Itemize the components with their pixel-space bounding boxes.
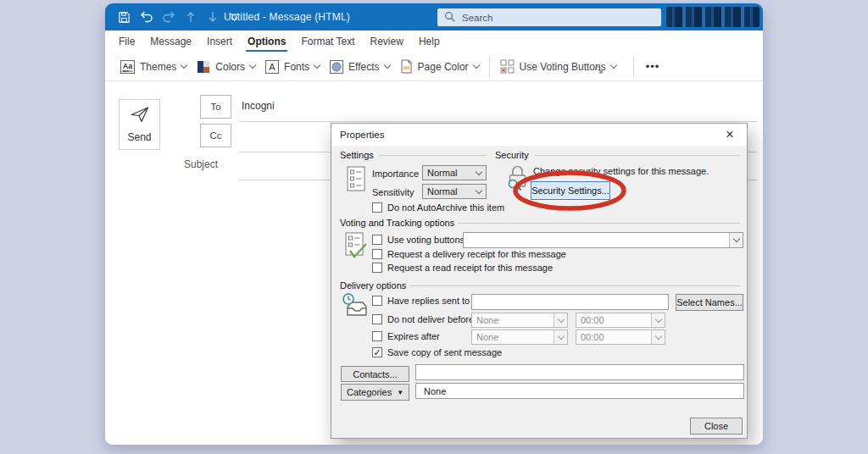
send-button[interactable]: Send (119, 99, 160, 150)
use-voting-buttons-label: Use Voting Buttons (520, 61, 606, 73)
read-receipt-row: Request a read receipt for this message (372, 263, 553, 273)
page-color-button[interactable]: Page Color (395, 56, 484, 77)
autoarchive-checkbox[interactable] (372, 202, 382, 213)
voting-group-label: Voting and Tracking options (340, 218, 458, 228)
settings-group-label: Settings (340, 150, 377, 160)
tab-help[interactable]: Help (419, 30, 440, 53)
effects-icon (330, 60, 343, 74)
use-voting-checkbox[interactable] (372, 235, 382, 245)
subject-label: Subject (184, 158, 218, 170)
have-replies-label: Have replies sent to (387, 296, 470, 306)
deliver-date-select[interactable]: None (471, 313, 568, 328)
use-voting-label: Use voting buttons (387, 235, 465, 245)
delivery-receipt-label: Request a delivery receipt for this mess… (387, 249, 566, 259)
chevron-down-icon (249, 62, 256, 69)
send-label: Send (127, 131, 151, 143)
autoarchive-label: Do not AutoArchive this item (387, 202, 504, 213)
select-names-button[interactable]: Select Names... (676, 294, 743, 311)
colors-button[interactable]: Colors (192, 57, 260, 77)
move-down-icon[interactable] (205, 10, 220, 25)
effects-button[interactable]: Effects (325, 57, 394, 77)
importance-select[interactable]: Normal (422, 165, 487, 180)
ribbon: Aa Themes Colors A Fonts Effects (105, 53, 763, 81)
read-receipt-checkbox[interactable] (372, 263, 382, 273)
categories-input[interactable]: None (415, 383, 744, 399)
themes-button[interactable]: Aa Themes (115, 57, 192, 77)
ribbon-separator (489, 56, 490, 77)
search-box[interactable] (437, 8, 661, 26)
autoarchive-row: Do not AutoArchive this item (372, 202, 504, 213)
delivery-section-icon (342, 292, 369, 323)
close-button[interactable]: Close (690, 418, 743, 435)
importance-value: Normal (427, 168, 457, 178)
redacted-account-area (666, 7, 760, 27)
delivery-receipt-checkbox[interactable] (372, 249, 382, 259)
colors-label: Colors (215, 61, 245, 73)
do-not-deliver-checkbox[interactable] (372, 314, 382, 324)
delivery-group-label: Delivery options (340, 280, 409, 291)
save-copy-label: Save copy of sent message (387, 347, 502, 357)
sensitivity-select[interactable]: Normal (422, 184, 487, 199)
voting-options-combobox[interactable] (463, 232, 743, 248)
have-replies-input[interactable] (471, 294, 669, 310)
outlook-message-window: Untitled - Message (HTML) File Message I… (105, 3, 763, 445)
to-field-value[interactable]: Incogni (242, 100, 275, 112)
voting-section-icon (345, 232, 369, 262)
expires-after-label: Expires after (387, 331, 440, 341)
tab-review[interactable]: Review (370, 30, 403, 53)
voting-group-line (450, 223, 740, 224)
categories-button[interactable]: Categories ▼ (341, 384, 409, 401)
tab-options[interactable]: Options (248, 30, 286, 53)
voting-buttons-icon (500, 59, 515, 74)
contacts-button[interactable]: Contacts... (341, 366, 409, 382)
move-up-icon[interactable] (183, 10, 198, 25)
dialog-title: Properties (340, 130, 384, 140)
contacts-input[interactable] (415, 364, 744, 380)
tab-file[interactable]: File (119, 30, 135, 53)
delivery-group-line (409, 285, 740, 286)
use-voting-row: Use voting buttons (372, 235, 465, 245)
page-color-icon (400, 59, 413, 74)
settings-section-icon (347, 166, 365, 193)
save-copy-checkbox[interactable] (372, 347, 382, 357)
cc-button[interactable]: Cc (200, 124, 231, 147)
expires-after-row: Expires after (372, 331, 440, 341)
quick-access-toolbar (117, 3, 242, 30)
tab-insert[interactable]: Insert (207, 30, 232, 53)
security-group-label: Security (495, 150, 532, 160)
expires-time-value: 00:00 (581, 332, 604, 342)
security-description: Change security settings for this messag… (533, 166, 709, 176)
deliver-time-value: 00:00 (581, 315, 604, 325)
categories-dropdown-icon: ▼ (397, 389, 403, 396)
read-receipt-label: Request a read receipt for this message (387, 263, 553, 273)
search-input[interactable] (462, 13, 654, 23)
expires-time-select[interactable]: 00:00 (576, 329, 665, 345)
to-button[interactable]: To (200, 95, 231, 119)
expires-after-checkbox[interactable] (372, 331, 382, 341)
more-commands-button[interactable]: ••• (639, 60, 667, 73)
chevron-down-icon (314, 62, 320, 69)
deliver-time-select[interactable]: 00:00 (576, 313, 665, 328)
fonts-button[interactable]: A Fonts (260, 57, 325, 77)
security-settings-button[interactable]: Security Settings... (531, 181, 610, 200)
have-replies-checkbox[interactable] (372, 296, 382, 306)
save-icon[interactable] (117, 10, 131, 25)
window-title: Untitled - Message (HTML) (224, 3, 350, 30)
fonts-icon: A (265, 60, 279, 74)
tab-message[interactable]: Message (150, 30, 192, 53)
search-icon (444, 10, 455, 25)
tab-format-text[interactable]: Format Text (301, 30, 354, 53)
tracking-dialog-launcher-icon[interactable] (595, 63, 604, 78)
do-not-deliver-label: Do not deliver before (387, 314, 474, 324)
sensitivity-label: Sensitivity (372, 187, 415, 197)
undo-icon[interactable] (139, 10, 153, 25)
ribbon-tab-bar: File Message Insert Options Format Text … (105, 30, 763, 53)
chevron-down-icon (181, 62, 187, 69)
fonts-label: Fonts (284, 61, 309, 73)
close-icon[interactable]: × (721, 126, 738, 143)
expires-date-value: None (476, 332, 498, 342)
have-replies-row: Have replies sent to (372, 296, 470, 306)
expires-date-select[interactable]: None (471, 329, 568, 345)
settings-group-line (379, 155, 486, 156)
redo-icon[interactable] (161, 10, 175, 25)
